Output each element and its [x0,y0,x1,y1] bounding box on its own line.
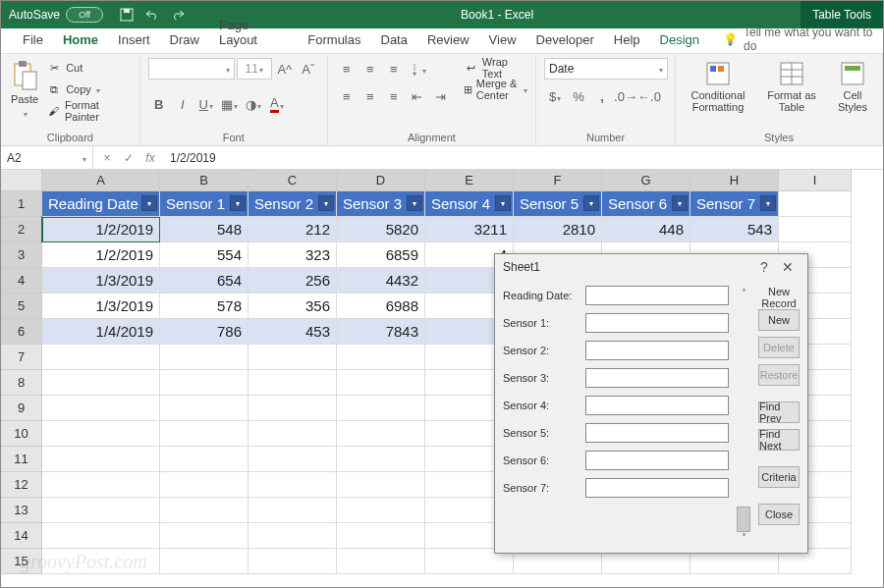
bold-button[interactable]: B [148,93,170,115]
scroll-up-icon[interactable]: ˄ [742,288,746,298]
tab-insert[interactable]: Insert [108,27,160,53]
filter-dropdown-icon[interactable] [318,195,334,211]
cell[interactable] [779,217,852,242]
data-cell[interactable]: 4432 [337,268,425,294]
merge-center-button[interactable]: ⊞Merge & Center [464,80,527,99]
cell[interactable] [42,396,160,421]
cell[interactable] [337,549,425,574]
cancel-formula-icon[interactable]: × [97,148,117,168]
cell[interactable] [42,370,160,396]
form-input-1[interactable] [585,313,729,333]
cell[interactable] [249,396,337,421]
filter-dropdown-icon[interactable] [495,195,511,211]
cell[interactable] [249,549,337,574]
record-scrollbar[interactable]: ˄ ˅ [737,286,750,545]
column-header[interactable]: I [779,170,852,191]
percent-format-icon[interactable]: % [568,85,589,107]
form-input-6[interactable] [585,451,729,470]
tab-design[interactable]: Design [650,27,709,53]
data-cell[interactable]: 6988 [337,294,425,319]
form-input-5[interactable] [585,423,729,443]
font-size-combo[interactable]: 11 [237,58,272,80]
cell[interactable] [160,345,249,370]
dialog-help-icon[interactable]: ? [752,256,776,278]
table-header-cell[interactable]: Sensor 6 [602,191,691,217]
data-cell[interactable]: 1/3/2019 [42,268,160,294]
column-header[interactable]: B [160,170,249,191]
cell[interactable] [42,345,160,370]
row-header[interactable]: 10 [1,421,42,447]
cell[interactable] [337,523,425,549]
row-header[interactable]: 4 [1,268,42,294]
cut-button[interactable]: ✂Cut [46,58,132,78]
redo-icon[interactable] [170,7,186,23]
decrease-indent-icon[interactable]: ⇤ [407,85,428,107]
data-cell[interactable]: 212 [249,217,337,242]
column-header[interactable]: D [337,170,425,191]
increase-decimal-icon[interactable]: .0→ [615,85,636,107]
comma-format-icon[interactable]: , [591,85,613,107]
table-header-cell[interactable]: Sensor 3 [337,191,425,217]
row-header[interactable]: 1 [1,191,42,217]
row-header[interactable]: 2 [1,217,42,242]
row-header[interactable]: 11 [1,447,42,472]
filter-dropdown-icon[interactable] [230,195,246,211]
paste-button[interactable]: Paste [9,58,40,121]
cell[interactable] [337,421,425,447]
cell[interactable] [160,370,249,396]
cell[interactable] [337,396,425,421]
data-cell[interactable]: 1/4/2019 [42,319,160,345]
cell[interactable] [249,523,337,549]
table-header-cell[interactable]: Reading Date [42,191,160,217]
cell[interactable] [42,472,160,498]
filter-dropdown-icon[interactable] [141,195,157,211]
accounting-format-icon[interactable]: $ [544,85,566,107]
decrease-font-icon[interactable]: Aˇ [298,58,319,80]
autosave-toggle[interactable]: AutoSave Off [1,7,111,23]
row-header[interactable]: 8 [1,370,42,396]
tab-draw[interactable]: Draw [160,27,209,53]
row-header[interactable]: 12 [1,472,42,498]
cell[interactable] [337,370,425,396]
align-bottom-icon[interactable]: ≡ [383,58,405,80]
data-cell[interactable]: 453 [249,319,337,345]
data-cell[interactable]: 5820 [337,217,425,242]
cell[interactable] [160,498,249,523]
cell[interactable] [42,447,160,472]
increase-font-icon[interactable]: A^ [274,58,296,80]
row-header[interactable]: 14 [1,523,42,549]
decrease-decimal-icon[interactable]: ←.0 [638,85,660,107]
data-cell[interactable]: 654 [160,268,249,294]
dialog-titlebar[interactable]: Sheet1 ? ✕ [495,254,807,280]
name-box[interactable]: A2 [1,146,93,169]
tab-page-layout[interactable]: Page Layout [209,13,298,53]
tab-formulas[interactable]: Formulas [298,27,370,53]
tab-help[interactable]: Help [604,27,650,53]
scroll-down-icon[interactable]: ˅ [742,532,746,543]
data-cell[interactable]: 323 [249,242,337,268]
data-cell[interactable]: 7843 [337,319,425,345]
data-cell[interactable]: 256 [249,268,337,294]
cell[interactable] [249,498,337,523]
column-header[interactable]: A [42,170,160,191]
filter-dropdown-icon[interactable] [407,195,422,211]
formula-value[interactable]: 1/2/2019 [164,151,222,165]
cell[interactable] [160,549,249,574]
undo-icon[interactable] [144,7,160,23]
cell[interactable] [160,472,249,498]
align-center-icon[interactable]: ≡ [359,85,381,107]
wrap-text-button[interactable]: ↩Wrap Text [464,58,527,78]
cell[interactable] [337,447,425,472]
data-cell[interactable]: 1/2/2019 [42,217,160,242]
column-header[interactable]: H [691,170,779,191]
cell[interactable] [42,523,160,549]
filter-dropdown-icon[interactable] [760,195,776,211]
filter-dropdown-icon[interactable] [583,195,599,211]
cell[interactable] [160,396,249,421]
fx-icon[interactable]: fx [140,148,160,168]
conditional-formatting-button[interactable]: Conditional Formatting [684,58,752,115]
font-name-combo[interactable] [148,58,235,80]
column-header[interactable]: E [425,170,514,191]
orientation-icon[interactable]: ⭭ [407,58,428,80]
row-header[interactable]: 6 [1,319,42,345]
